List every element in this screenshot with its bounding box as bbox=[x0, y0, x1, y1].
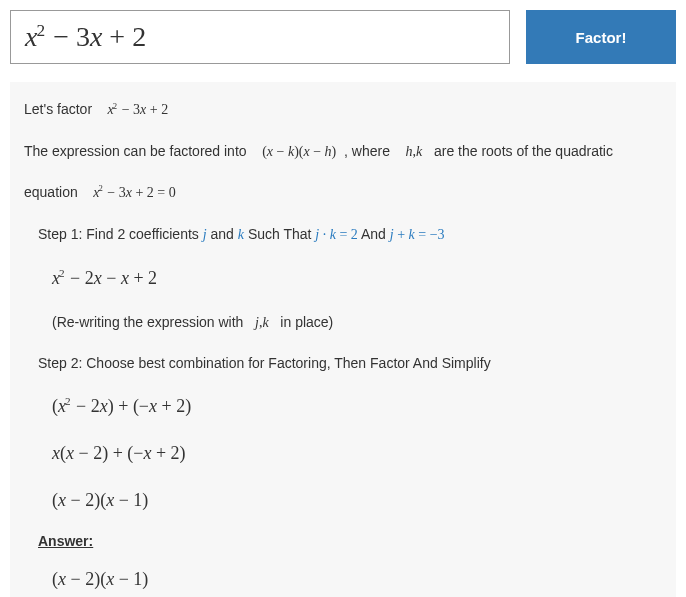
step1-title: Step 1: Find 2 coefficients j and k Such… bbox=[24, 223, 662, 246]
hk-symbols: h,k bbox=[406, 144, 423, 159]
step2-line-1: (x2 − 2x) + (−x + 2) bbox=[24, 392, 662, 421]
step1-rewrite-expr: x2 − 2x − x + 2 bbox=[52, 268, 157, 288]
intro-text-a: The expression can be factored into bbox=[24, 143, 247, 159]
step1-such: Such That bbox=[248, 226, 315, 242]
step1-j: j bbox=[203, 227, 207, 242]
step1-note: (Re-writing the expression with j,k in p… bbox=[24, 311, 662, 334]
solution-panel: Let's factor x2 − 3x + 2 The expression … bbox=[10, 82, 676, 597]
intro-line-3: equation x2 − 3x + 2 = 0 bbox=[24, 181, 662, 204]
quadratic-equation: x2 − 3x + 2 = 0 bbox=[93, 185, 175, 200]
step1-and2: And bbox=[361, 226, 390, 242]
answer-label: Answer: bbox=[38, 533, 93, 549]
intro-where: , where bbox=[344, 143, 390, 159]
step1-note-a: (Re-writing the expression with bbox=[52, 314, 243, 330]
step1-cond2: j + k = −3 bbox=[390, 227, 445, 242]
step2-expr-3: (x − 2)(x − 1) bbox=[52, 490, 148, 510]
step2-line-2: x(x − 2) + (−x + 2) bbox=[24, 439, 662, 468]
answer-expression: (x − 2)(x − 1) bbox=[52, 569, 148, 589]
step1-k: k bbox=[238, 227, 244, 242]
equation-word: equation bbox=[24, 184, 78, 200]
intro-line-1: Let's factor x2 − 3x + 2 bbox=[24, 98, 662, 121]
expression-input[interactable]: x2 − 3x + 2 bbox=[10, 10, 510, 64]
answer-line: (x − 2)(x − 1) bbox=[38, 565, 662, 594]
step1-and: and bbox=[211, 226, 238, 242]
factor-button[interactable]: Factor! bbox=[526, 10, 676, 64]
lets-factor-text: Let's factor bbox=[24, 101, 92, 117]
step2-title-text: Step 2: Choose best combination for Fact… bbox=[38, 355, 491, 371]
step1-cond1: j · k = 2 bbox=[315, 227, 358, 242]
step1-rewrite: x2 − 2x − x + 2 bbox=[24, 264, 662, 293]
answer-block: Answer: (x − 2)(x − 1) bbox=[24, 533, 662, 594]
step1-jk: j,k bbox=[255, 315, 269, 330]
step1-note-b: in place) bbox=[280, 314, 333, 330]
intro-line-2: The expression can be factored into (x −… bbox=[24, 140, 662, 163]
factored-form: (x − k)(x − h) bbox=[262, 144, 336, 159]
step2-title: Step 2: Choose best combination for Fact… bbox=[24, 352, 662, 374]
step2-line-3: (x − 2)(x − 1) bbox=[24, 486, 662, 515]
intro-text-b: are the roots of the quadratic bbox=[434, 143, 613, 159]
step2-expr-2: x(x − 2) + (−x + 2) bbox=[52, 443, 186, 463]
step2-expr-1: (x2 − 2x) + (−x + 2) bbox=[52, 396, 191, 416]
intro-expression: x2 − 3x + 2 bbox=[108, 102, 169, 117]
step1-text-a: Step 1: Find 2 coefficients bbox=[38, 226, 203, 242]
expression-input-value: x2 − 3x + 2 bbox=[25, 21, 146, 53]
input-row: x2 − 3x + 2 Factor! bbox=[10, 10, 676, 64]
